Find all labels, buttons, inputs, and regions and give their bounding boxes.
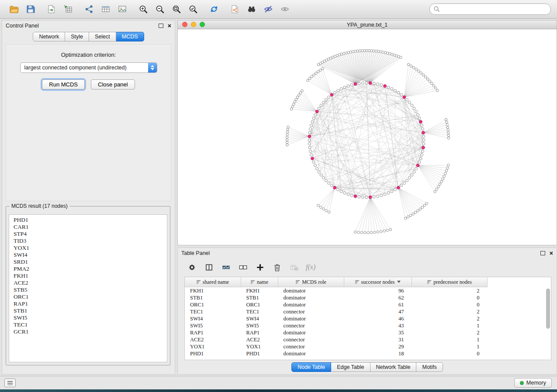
column-header-successor-nodes[interactable]: successor nodes [344,277,412,287]
import-table-button[interactable] [61,3,75,16]
save-button[interactable] [24,3,38,16]
result-item[interactable]: SRD1 [9,258,167,265]
minimize-window-button[interactable] [191,22,196,27]
column-header-mcds-role[interactable]: MCDS role [278,277,344,287]
binoculars-icon [247,4,256,14]
show-all-button[interactable] [278,3,292,16]
new-network-selection-button[interactable] [82,3,96,16]
result-item[interactable]: YOX1 [9,244,167,251]
table-cell: YOX1 [185,343,241,350]
table-cell: 0 [412,294,488,301]
table-row[interactable]: SWI4SWI4dominator462 [185,315,488,322]
memory-button[interactable]: Memory [514,378,552,388]
add-column-button[interactable] [255,262,266,273]
network-image-button[interactable] [115,3,129,16]
result-item[interactable]: ACE2 [9,279,167,286]
zoom-out-button[interactable] [153,3,167,16]
result-item[interactable]: RAP1 [9,300,167,307]
result-item[interactable]: GCR1 [9,328,167,335]
result-item[interactable]: SWI4 [9,251,167,258]
float-panel-icon[interactable] [159,24,163,28]
close-window-button[interactable] [182,22,187,27]
float-table-panel-icon[interactable] [540,251,545,255]
zoom-in-button[interactable] [136,3,150,16]
tab-mcds[interactable]: MCDS [116,32,144,41]
zoom-window-button[interactable] [200,22,205,27]
hide-selected-button[interactable] [261,3,275,16]
right-area: YPA_prune.txt_1 Table Panel × [177,20,557,375]
import-table-icon [63,4,73,14]
result-item[interactable]: ORC1 [9,293,167,300]
sort-icon [251,280,255,284]
table-row[interactable]: PHD1PHD1dominator180 [185,350,488,357]
table-settings-button[interactable] [187,262,197,273]
result-item[interactable]: TID3 [9,237,167,244]
close-panel-button[interactable]: Close panel [91,79,135,89]
zoom-group [136,3,200,16]
zoom-in-icon [138,4,148,14]
tab-select[interactable]: Select [89,32,116,41]
network-window-titlebar: YPA_prune.txt_1 [178,21,557,29]
table-cell: FKH1 [185,287,241,295]
table-cell: 35 [344,329,412,336]
refresh-button[interactable] [207,3,221,16]
tab-node-table[interactable]: Node Table [291,362,331,372]
result-item[interactable]: SWI5 [9,314,167,321]
table-row[interactable]: RAP1RAP1dominator352 [185,329,488,336]
table-scrollbar-thumb[interactable] [546,289,550,329]
close-panel-icon[interactable]: × [168,24,171,28]
table-row[interactable]: FKH1FKH1dominator962 [185,287,488,295]
new-network-table-button[interactable] [99,3,113,16]
table-cell: dominator [278,315,344,322]
tab-style[interactable]: Style [65,32,89,41]
open-file-button[interactable] [7,3,21,16]
network-canvas[interactable] [178,29,557,245]
find-button[interactable] [245,3,259,16]
table-cell: RAP1 [185,329,241,336]
tab-network-table[interactable]: Network Table [370,362,417,372]
table-row[interactable]: YOX1YOX1connector291 [185,343,488,350]
table-row[interactable]: SWI5SWI5connector431 [185,322,488,329]
result-item[interactable]: PHD1 [9,217,167,224]
tab-motifs[interactable]: Motifs [416,362,443,372]
import-network-button[interactable] [45,3,59,16]
column-visibility-button[interactable] [204,262,214,273]
trash-icon [273,263,282,272]
deselect-all-button[interactable] [238,262,249,273]
export-document-button[interactable] [228,3,242,16]
status-menu-button[interactable] [4,378,16,387]
delete-column-button[interactable] [272,262,283,273]
zoom-fit-button[interactable] [170,3,183,16]
select-all-button[interactable] [221,262,232,273]
memory-label: Memory [526,380,546,386]
table-row[interactable]: STB1STB1dominator620 [185,294,488,301]
table-cell: STB1 [241,294,278,301]
result-item[interactable]: CAR1 [9,224,167,230]
table-cell: connector [278,308,344,315]
table-row[interactable]: ORC1ORC1dominator610 [185,301,488,308]
table-cell: FKH1 [241,287,278,295]
table-row[interactable]: TEC1TEC1connector472 [185,308,488,315]
close-table-panel-icon[interactable]: × [550,251,553,255]
table-cell: TEC1 [185,308,241,315]
column-header-name[interactable]: name [241,277,278,287]
result-item[interactable]: STB1 [9,307,167,314]
column-header-predecessor-nodes[interactable]: predecessor nodes [412,277,488,287]
result-item[interactable]: STB5 [9,286,167,293]
result-item[interactable]: TEC1 [9,321,167,328]
search-input[interactable] [442,6,550,13]
zoom-selected-button[interactable] [186,3,200,16]
column-label: MCDS role [302,279,326,285]
column-header-shared-name[interactable]: shared name [185,277,241,287]
result-item[interactable]: PMA2 [9,265,167,272]
result-item[interactable]: STP4 [9,230,167,237]
tab-edge-table[interactable]: Edge Table [331,362,370,372]
criterion-dropdown[interactable]: largest connected component (undirected) [20,62,157,73]
result-item[interactable]: FKH1 [9,272,167,279]
zoom-selected-icon [188,4,198,14]
table-cell: dominator [278,294,344,301]
tab-network[interactable]: Network [33,32,65,41]
table-row[interactable]: ACE2ACE2connector311 [185,336,488,343]
run-mcds-button[interactable]: Run MCDS [42,79,85,89]
table-cell: connector [278,322,344,329]
